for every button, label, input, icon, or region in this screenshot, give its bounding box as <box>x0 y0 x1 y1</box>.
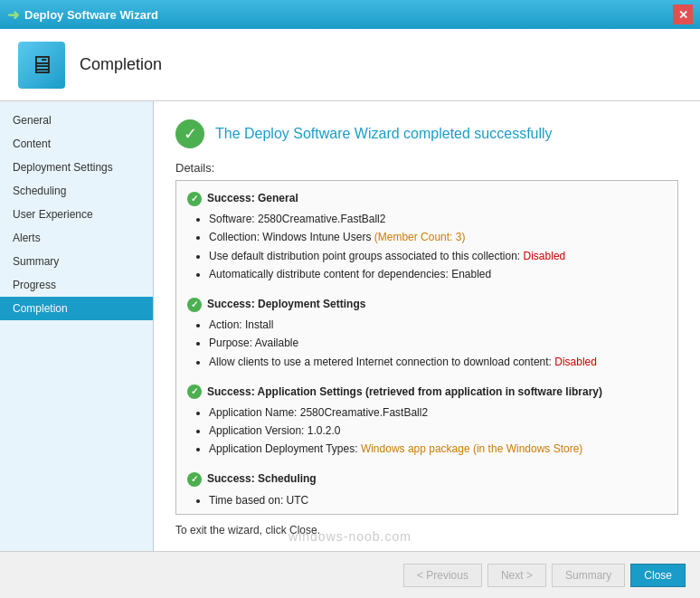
list-item: Automatically distribute content for dep… <box>209 266 667 283</box>
footer-note: To exit the wizard, click Close. <box>175 524 678 536</box>
title-bar: ➜ Deploy Software Wizard ✕ <box>0 0 700 29</box>
sidebar-item-summary[interactable]: Summary <box>0 250 153 273</box>
section-deployment-list: Action: Install Purpose: Available Allow… <box>187 317 667 371</box>
section-appsettings-title: Success: Application Settings (retrieved… <box>207 384 602 401</box>
sidebar-item-general[interactable]: General <box>0 109 153 132</box>
summary-button[interactable]: Summary <box>552 564 625 587</box>
details-box[interactable]: ✓ Success: General Software: 2580Creamat… <box>175 180 678 515</box>
list-item: Purpose: Available <box>209 335 667 352</box>
wizard-body: GeneralContentDeployment SettingsSchedul… <box>0 101 700 551</box>
sidebar-item-completion[interactable]: Completion <box>0 297 153 320</box>
window-close-button[interactable]: ✕ <box>673 5 693 24</box>
section-appsettings-list: Application Name: 2580Creamative.FastBal… <box>187 404 667 459</box>
previous-button[interactable]: < Previous <box>403 564 482 587</box>
sidebar-item-deployment-settings[interactable]: Deployment Settings <box>0 156 153 179</box>
list-item: Use default distribution point groups as… <box>209 248 667 265</box>
section-deployment: ✓ Success: Deployment Settings Action: I… <box>187 296 667 371</box>
section-scheduling-list: Time based on: UTC Available Time: As so… <box>187 492 667 515</box>
app-icon: ➜ <box>7 6 19 24</box>
details-label: Details: <box>175 161 678 175</box>
section-deployment-title: Success: Deployment Settings <box>207 296 365 313</box>
list-item: Allow clients to use a metered Internet … <box>209 354 667 371</box>
check-icon-scheduling: ✓ <box>187 472 202 487</box>
list-item: Application Name: 2580Creamative.FastBal… <box>209 404 667 422</box>
section-appsettings: ✓ Success: Application Settings (retriev… <box>187 384 667 459</box>
wizard-footer: < Previous Next > Summary Close <box>0 551 700 598</box>
sidebar-item-content[interactable]: Content <box>0 132 153 156</box>
computer-icon: 🖥 <box>29 50 54 80</box>
list-item: Application Version: 1.0.2.0 <box>209 422 667 440</box>
wizard-header: 🖥 Completion <box>0 29 700 101</box>
section-scheduling-title: Success: Scheduling <box>207 470 317 488</box>
section-scheduling: ✓ Success: Scheduling Time based on: UTC… <box>187 470 667 515</box>
list-item: Software: 2580Creamative.FastBall2 <box>209 211 667 228</box>
check-icon-general: ✓ <box>187 192 202 206</box>
section-general: ✓ Success: General Software: 2580Creamat… <box>187 190 667 283</box>
title-text: Deploy Software Wizard <box>24 8 158 22</box>
success-banner: ✓ The Deploy Software Wizard completed s… <box>175 119 678 148</box>
sidebar-item-alerts[interactable]: Alerts <box>0 226 153 250</box>
section-general-list: Software: 2580Creamative.FastBall2 Colle… <box>187 211 667 283</box>
list-item: Action: Install <box>209 317 667 334</box>
content-area: ✓ The Deploy Software Wizard completed s… <box>154 101 700 551</box>
check-icon-deployment: ✓ <box>187 298 202 312</box>
sidebar: GeneralContentDeployment SettingsSchedul… <box>0 101 154 551</box>
list-item: Time based on: UTC <box>209 492 667 509</box>
sidebar-item-user-experience[interactable]: User Experience <box>0 203 153 226</box>
header-title: Completion <box>80 55 162 74</box>
check-icon-appsettings: ✓ <box>187 384 202 399</box>
close-button[interactable]: Close <box>630 564 686 587</box>
sidebar-item-progress[interactable]: Progress <box>0 273 153 297</box>
success-message: The Deploy Software Wizard completed suc… <box>215 126 553 142</box>
success-icon: ✓ <box>175 119 204 148</box>
list-item: Application Deployment Types: Windows ap… <box>209 441 667 458</box>
section-general-title: Success: General <box>207 190 298 207</box>
list-item: Collection: Windows Intune Users (Member… <box>209 229 667 246</box>
next-button[interactable]: Next > <box>487 564 546 587</box>
list-item: Available Time: As soon as possible <box>209 510 667 515</box>
sidebar-item-scheduling[interactable]: Scheduling <box>0 179 153 203</box>
header-icon: 🖥 <box>18 42 65 89</box>
